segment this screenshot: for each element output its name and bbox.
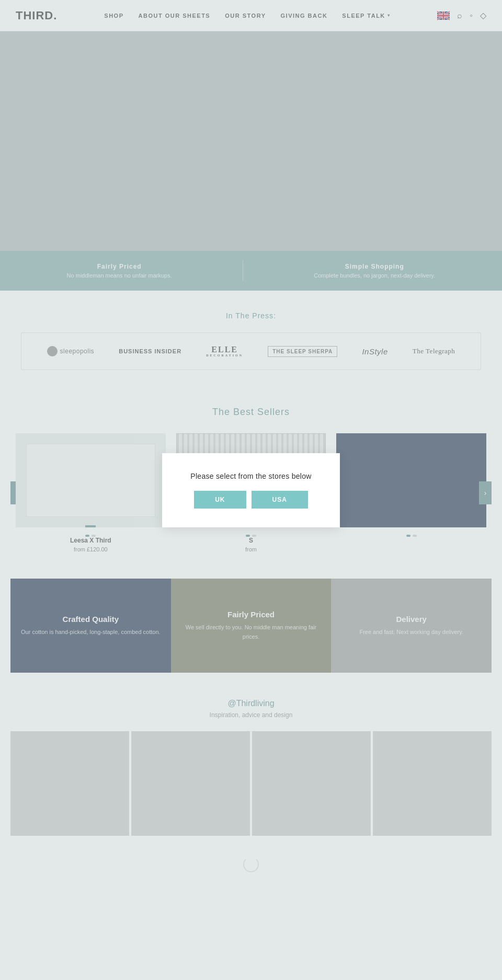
modal-box: Please select from the stores below UK U… [162,453,340,527]
modal-buttons: UK USA [183,491,319,509]
store-selector-modal: Please select from the stores below UK U… [0,0,502,883]
usa-store-button[interactable]: USA [252,491,308,509]
modal-prompt-text: Please select from the stores below [183,472,319,480]
uk-store-button[interactable]: UK [194,491,246,509]
